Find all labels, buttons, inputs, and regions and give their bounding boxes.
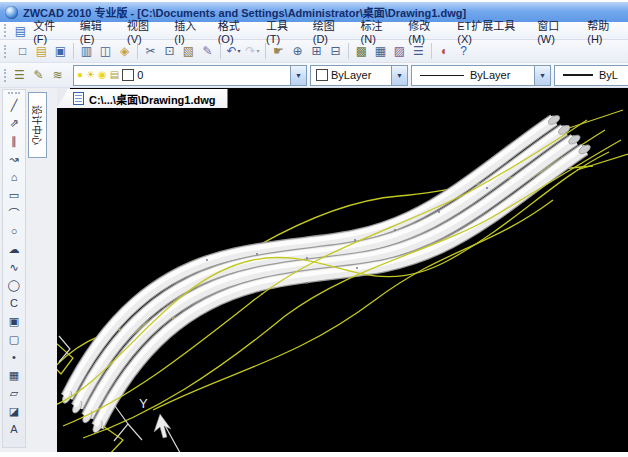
- menu-item-0[interactable]: 文件(F): [26, 16, 73, 46]
- design-center-tab[interactable]: 设计中心: [28, 92, 47, 158]
- zoom-window-button[interactable]: ⊞: [307, 42, 326, 60]
- properties-toolbar: ☰✎≋ ●☀◉▤ 0 ▼ ByLayer ▼ ByLayer ▼ ByL: [0, 63, 628, 88]
- ellipse-button[interactable]: ◯: [5, 276, 23, 294]
- insert-block-icon: ▣: [9, 315, 19, 328]
- spline-button[interactable]: ∿: [5, 258, 23, 276]
- menu-item-3[interactable]: 插入(I): [167, 16, 210, 46]
- tool-palettes-button[interactable]: ▨: [390, 42, 409, 60]
- undo-button[interactable]: ↶▾: [224, 42, 243, 60]
- ellipse-arc-button[interactable]: C: [5, 294, 23, 312]
- document-tab[interactable]: C:\...\桌面\Drawing1.dwg: [57, 89, 228, 108]
- left-dock: ╱⇗∥↝⌂▭⌒○☁∿◯C▣▢•▦▱◪A 设计中心: [0, 88, 57, 452]
- tube-speckle: [306, 257, 308, 259]
- layer-match-button[interactable]: ✎: [29, 66, 48, 84]
- paste-button[interactable]: ▧: [179, 42, 198, 60]
- region-button[interactable]: ▱: [5, 384, 23, 402]
- menu-item-1[interactable]: 编辑(E): [73, 16, 120, 46]
- tube-speckle: [356, 267, 358, 269]
- point-button[interactable]: •: [5, 348, 23, 366]
- menu-item-2[interactable]: 视图(V): [120, 16, 167, 46]
- save-button[interactable]: ▣: [51, 42, 70, 60]
- toolbar-separator: [73, 43, 74, 59]
- find-button[interactable]: ◐: [435, 42, 454, 60]
- mtext-button[interactable]: A: [5, 420, 23, 438]
- polygon-button[interactable]: ⌂: [5, 168, 23, 186]
- menu-item-11[interactable]: 帮助(H): [580, 16, 628, 46]
- layer-combo[interactable]: ●☀◉▤ 0 ▼: [73, 65, 307, 86]
- insert-block-button[interactable]: ▣: [5, 312, 23, 330]
- arc-icon: ⌒: [9, 205, 20, 221]
- find-icon: ◐: [441, 45, 448, 57]
- match-properties-button[interactable]: ✎: [198, 42, 217, 60]
- hatch-icon: ▦: [9, 369, 19, 382]
- lineweight-combo[interactable]: ByL: [554, 65, 628, 86]
- tube-speckle: [486, 187, 488, 189]
- linetype-combo-dropdown-icon[interactable]: ▼: [534, 66, 550, 85]
- document-icon[interactable]: ▤: [15, 24, 26, 38]
- open-icon: ▤: [36, 45, 47, 57]
- menubar-grip[interactable]: [4, 24, 9, 37]
- document-pane: C:\...\桌面\Drawing1.dwg: [57, 88, 628, 452]
- construction-line-button[interactable]: ⇗: [5, 114, 23, 132]
- calculator-button[interactable]: ☰: [409, 42, 428, 60]
- dwg-file-icon: [73, 92, 84, 105]
- color-combo-dropdown-icon[interactable]: ▼: [391, 66, 407, 85]
- color-combo[interactable]: ByLayer ▼: [310, 65, 408, 86]
- menu-item-9[interactable]: ET扩展工具(X): [450, 16, 530, 46]
- hatch-button[interactable]: ▦: [5, 366, 23, 384]
- menu-item-5[interactable]: 工具(T): [259, 16, 306, 46]
- layer-buttons: ☰✎≋: [10, 66, 67, 84]
- save-icon: ▣: [55, 45, 66, 57]
- layer-combo-dropdown-icon[interactable]: ▼: [290, 66, 306, 85]
- menu-item-8[interactable]: 修改(M): [401, 16, 450, 46]
- arc-button[interactable]: ⌒: [5, 204, 23, 222]
- new-button[interactable]: □: [13, 42, 32, 60]
- menu-item-10[interactable]: 窗口(W): [530, 16, 580, 46]
- publish-button[interactable]: ◈: [115, 42, 134, 60]
- design-center-tab-label: 设计中心: [30, 105, 45, 145]
- freeze-icon: ☀: [86, 70, 95, 80]
- help-button[interactable]: ?: [454, 42, 473, 60]
- plot-button[interactable]: ▥: [77, 42, 96, 60]
- open-button[interactable]: ▤: [32, 42, 51, 60]
- lineweight-combo-value: ByL: [599, 69, 618, 81]
- polyline-button[interactable]: ↝: [5, 150, 23, 168]
- copy-button[interactable]: ⊡: [160, 42, 179, 60]
- layer-properties-button[interactable]: ☰: [10, 66, 29, 84]
- draw-toolbar-grip[interactable]: [8, 92, 20, 94]
- linetype-combo[interactable]: ByLayer ▼: [411, 65, 551, 86]
- linetype-combo-value: ByLayer: [470, 69, 510, 81]
- standard-toolbar-grip[interactable]: [4, 45, 9, 58]
- rectangle-button[interactable]: ▭: [5, 186, 23, 204]
- zoom-previous-button[interactable]: ⊟: [326, 42, 345, 60]
- tube-speckle: [206, 259, 208, 261]
- properties-button[interactable]: ▦: [371, 42, 390, 60]
- gradient-icon: ◪: [9, 405, 19, 418]
- pan-realtime-button[interactable]: ☛: [269, 42, 288, 60]
- layer-match-icon: ✎: [33, 69, 43, 81]
- design-center-button[interactable]: ▩: [352, 42, 371, 60]
- menu-item-7[interactable]: 标注(N): [354, 16, 402, 46]
- layer-previous-icon: ≋: [52, 69, 62, 81]
- gradient-button[interactable]: ◪: [5, 402, 23, 420]
- zoom-realtime-button[interactable]: ⊕: [288, 42, 307, 60]
- properties-toolbar-grip[interactable]: [4, 69, 6, 82]
- menu-item-6[interactable]: 绘图(D): [306, 16, 354, 46]
- region-icon: ▱: [10, 387, 18, 400]
- multiline-button[interactable]: ∥: [5, 132, 23, 150]
- redo-dropdown-icon[interactable]: ▾: [257, 48, 260, 54]
- app-window: ZWCAD 2010 专业版 - [C:\Documents and Setti…: [0, 0, 628, 457]
- make-block-button[interactable]: ▢: [5, 330, 23, 348]
- model-viewport[interactable]: Y: [57, 108, 628, 452]
- line-button[interactable]: ╱: [5, 96, 23, 114]
- menu-item-4[interactable]: 格式(O): [211, 16, 259, 46]
- undo-dropdown-icon[interactable]: ▾: [238, 48, 241, 54]
- draw-toolbar: ╱⇗∥↝⌂▭⌒○☁∿◯C▣▢•▦▱◪A: [2, 89, 26, 448]
- revision-cloud-button[interactable]: ☁: [5, 240, 23, 258]
- layer-previous-button[interactable]: ≋: [48, 66, 67, 84]
- print-preview-button[interactable]: ◫: [96, 42, 115, 60]
- circle-button[interactable]: ○: [5, 222, 23, 240]
- cut-button[interactable]: ✂: [141, 42, 160, 60]
- ellipse-arc-icon: C: [10, 297, 18, 309]
- redo-button[interactable]: ↷▾: [243, 42, 262, 60]
